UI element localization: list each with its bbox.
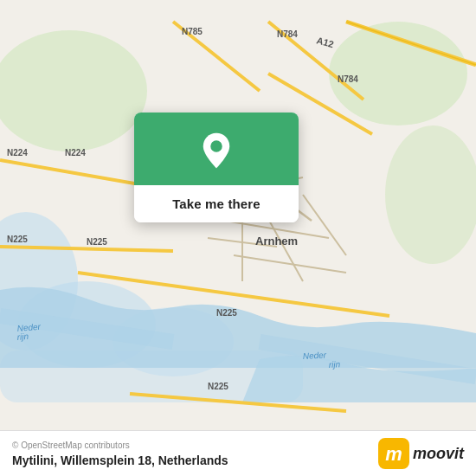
- svg-point-3: [385, 125, 476, 264]
- svg-text:N785: N785: [182, 27, 203, 36]
- bottom-bar-info: © OpenStreetMap contributors Mytilini, W…: [12, 441, 228, 467]
- svg-text:N225: N225: [216, 308, 237, 318]
- location-name-text: Mytilini, Willemsplein 18, Netherlands: [12, 453, 228, 467]
- moovit-icon: m: [378, 438, 409, 469]
- svg-point-43: [210, 140, 222, 152]
- map-container: A12 N784 N784 N785 N224 N224 N225 N225 N…: [0, 0, 476, 476]
- svg-text:N225: N225: [7, 235, 28, 244]
- popup-card: Take me there: [134, 113, 299, 222]
- svg-text:N225: N225: [208, 382, 228, 391]
- take-me-there-button[interactable]: Take me there: [134, 185, 299, 222]
- location-pin-icon: [197, 132, 235, 170]
- attribution-text: © OpenStreetMap contributors: [12, 441, 228, 450]
- svg-text:Arnhem: Arnhem: [255, 235, 298, 248]
- svg-text:rijn: rijn: [16, 331, 29, 342]
- svg-text:N784: N784: [338, 74, 358, 84]
- moovit-logo: m moovit: [378, 438, 464, 469]
- svg-text:N784: N784: [277, 29, 298, 39]
- svg-text:N224: N224: [7, 148, 28, 158]
- svg-text:rijn: rijn: [329, 359, 341, 370]
- svg-text:Neder: Neder: [303, 351, 327, 361]
- svg-text:N224: N224: [65, 148, 86, 158]
- popup-header: [134, 113, 299, 185]
- moovit-text: moovit: [413, 445, 464, 463]
- svg-text:m: m: [385, 443, 402, 465]
- svg-text:N225: N225: [87, 237, 107, 247]
- bottom-bar: © OpenStreetMap contributors Mytilini, W…: [0, 430, 476, 476]
